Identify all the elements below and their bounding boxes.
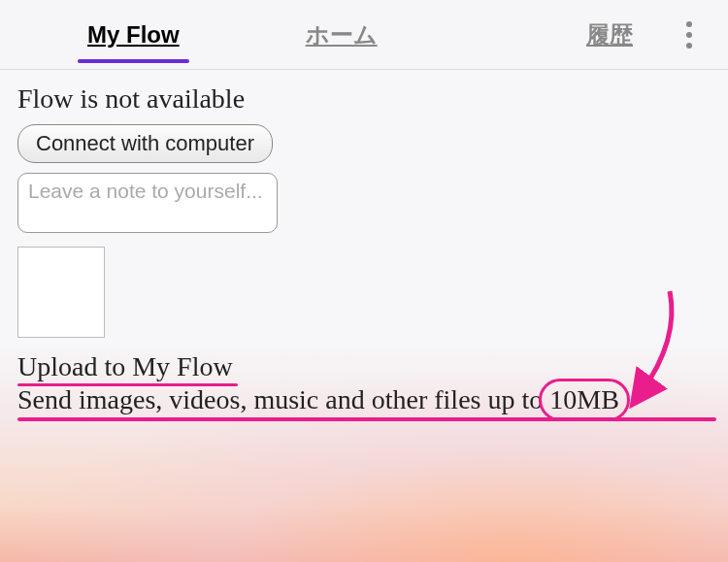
upload-description-wrap: Send images, videos, music and other fil… bbox=[17, 384, 619, 415]
tab-bar: My Flow ホーム 履歴 bbox=[0, 0, 728, 70]
annotation-underline-long bbox=[17, 417, 716, 421]
status-title: Flow is not available bbox=[17, 83, 711, 115]
upload-title: Upload to My Flow bbox=[17, 351, 233, 382]
tab-label: ホーム bbox=[306, 21, 378, 48]
tab-active-indicator bbox=[78, 59, 189, 63]
note-input[interactable] bbox=[17, 173, 278, 233]
tab-home[interactable]: ホーム bbox=[296, 19, 387, 50]
upload-size-limit: 10MB bbox=[549, 384, 619, 414]
upload-dropzone[interactable] bbox=[17, 247, 105, 338]
tab-label: My Flow bbox=[87, 21, 180, 48]
upload-title-text: Upload to My Flow bbox=[17, 351, 233, 381]
upload-description: Send images, videos, music and other fil… bbox=[17, 384, 619, 414]
upload-desc-prefix: Send images, videos, music and other fil… bbox=[17, 384, 549, 414]
connect-button[interactable]: Connect with computer bbox=[17, 124, 273, 163]
tab-my-flow[interactable]: My Flow bbox=[78, 21, 189, 49]
tab-label: 履歴 bbox=[586, 21, 633, 48]
main-content: Flow is not available Connect with compu… bbox=[0, 70, 728, 429]
kebab-menu-icon[interactable] bbox=[670, 16, 709, 54]
tab-history[interactable]: 履歴 bbox=[577, 19, 643, 50]
